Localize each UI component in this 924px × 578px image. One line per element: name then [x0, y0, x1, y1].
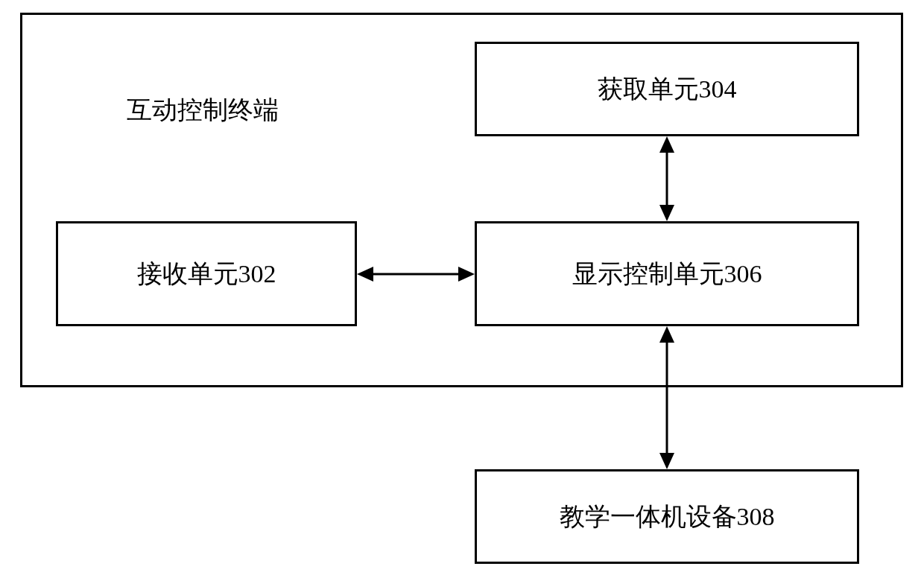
arrow-304-306: [645, 136, 689, 221]
box-acquisition-unit-304: 获取单元304: [475, 42, 859, 136]
box-308-text: 教学一体机设备308: [560, 500, 775, 534]
svg-marker-5: [659, 205, 674, 221]
svg-marker-7: [659, 326, 674, 343]
box-302-text: 接收单元302: [137, 257, 276, 291]
diagram-canvas: 互动控制终端 获取单元304 接收单元302 显示控制单元306 教学一体机设备…: [0, 0, 924, 578]
svg-marker-8: [659, 453, 674, 469]
box-display-control-unit-306: 显示控制单元306: [475, 221, 859, 326]
container-label: 互动控制终端: [127, 93, 279, 127]
svg-marker-4: [659, 136, 674, 153]
svg-marker-2: [458, 267, 475, 282]
arrow-302-306: [357, 253, 475, 298]
arrow-306-308: [645, 326, 689, 469]
box-306-text: 显示控制单元306: [572, 257, 762, 291]
box-teaching-device-308: 教学一体机设备308: [475, 469, 859, 564]
box-304-text: 获取单元304: [598, 72, 737, 107]
box-receiving-unit-302: 接收单元302: [56, 221, 357, 326]
svg-marker-1: [357, 267, 373, 282]
